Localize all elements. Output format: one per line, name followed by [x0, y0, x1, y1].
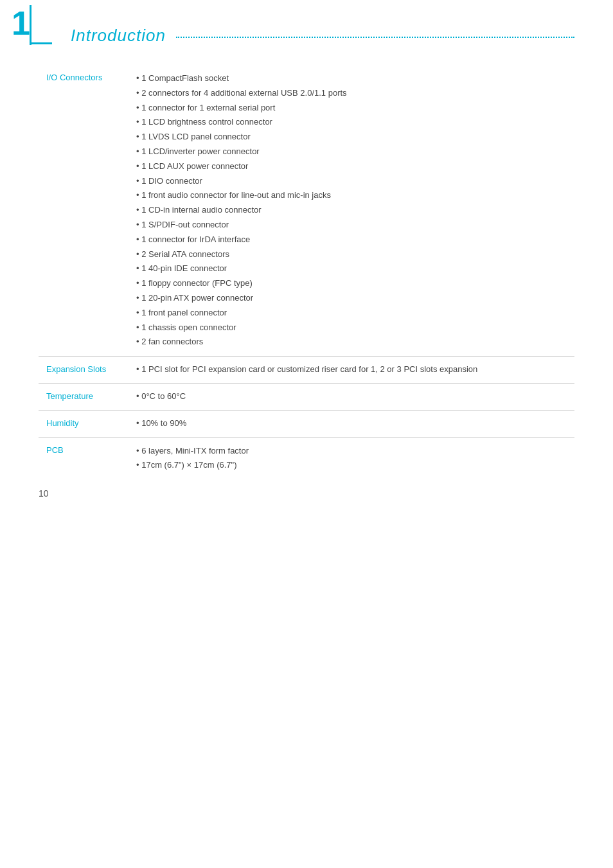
table-row: I/O Connectors1 CompactFlash socket2 con…	[39, 65, 574, 357]
section-content-humidity: • 10% to 90%	[129, 410, 574, 437]
section-content-pcb: 6 layers, Mini-ITX form factor17cm (6.7"…	[129, 437, 574, 479]
list-item: 1 DIO connector	[136, 174, 567, 189]
list-item: 1 connector for 1 external serial port	[136, 101, 567, 116]
section-label-io-connectors: I/O Connectors	[39, 65, 129, 357]
table-row: Temperature• 0°C to 60°C	[39, 383, 574, 410]
section-content-temperature: • 0°C to 60°C	[129, 383, 574, 410]
list-item: • 10% to 90%	[136, 417, 567, 430]
list-item: 1 front panel connector	[136, 306, 567, 321]
list-item: • 0°C to 60°C	[136, 390, 567, 403]
chapter-line-horizontal	[30, 42, 52, 44]
chapter-marker: 1	[0, 0, 32, 51]
page-title: Introduction	[71, 26, 166, 46]
list-item: 1 LCD/inverter power connector	[136, 145, 567, 159]
list-item: 1 connector for IrDA interface	[136, 233, 567, 247]
section-label-humidity: Humidity	[39, 410, 129, 437]
list-item: 1 chassis open connector	[136, 321, 567, 335]
table-row: PCB6 layers, Mini-ITX form factor17cm (6…	[39, 437, 574, 479]
section-label-expansion-slots: Expansion Slots	[39, 357, 129, 384]
header-divider	[176, 37, 574, 38]
page-number: 10	[39, 488, 49, 499]
list-item: 6 layers, Mini-ITX form factor	[136, 444, 567, 459]
table-row: Humidity• 10% to 90%	[39, 410, 574, 437]
section-label-temperature: Temperature	[39, 383, 129, 410]
list-item: 1 20-pin ATX power connector	[136, 291, 567, 306]
list-item: 1 40-pin IDE connector	[136, 261, 567, 276]
section-content-io-connectors: 1 CompactFlash socket2 connectors for 4 …	[129, 65, 574, 357]
list-item: 2 Serial ATA connectors	[136, 247, 567, 262]
page-container: 1 Introduction I/O Connectors1 CompactFl…	[0, 0, 613, 518]
spec-table: I/O Connectors1 CompactFlash socket2 con…	[39, 65, 574, 479]
list-item: 1 CD-in internal audio connector	[136, 203, 567, 218]
list-item: 1 S/PDIF-out connector	[136, 218, 567, 233]
chapter-line-vertical	[30, 5, 31, 45]
list-item: • 1 PCI slot for PCI expansion card or c…	[136, 363, 567, 376]
list-item: 2 fan connectors	[136, 335, 567, 350]
list-item: 1 CompactFlash socket	[136, 71, 567, 86]
list-item: 1 LVDS LCD panel connector	[136, 130, 567, 145]
list-item: 1 LCD AUX power connector	[136, 159, 567, 174]
list-item: 1 floppy connector (FPC type)	[136, 276, 567, 291]
page-header: Introduction	[39, 26, 574, 46]
list-item: 2 connectors for 4 additional external U…	[136, 86, 567, 101]
chapter-number: 1	[12, 6, 30, 40]
section-content-expansion-slots: • 1 PCI slot for PCI expansion card or c…	[129, 357, 574, 384]
list-item: 17cm (6.7") × 17cm (6.7")	[136, 458, 567, 473]
section-label-pcb: PCB	[39, 437, 129, 479]
list-item: 1 LCD brightness control connector	[136, 115, 567, 130]
list-item: 1 front audio connector for line-out and…	[136, 188, 567, 203]
table-row: Expansion Slots• 1 PCI slot for PCI expa…	[39, 357, 574, 384]
